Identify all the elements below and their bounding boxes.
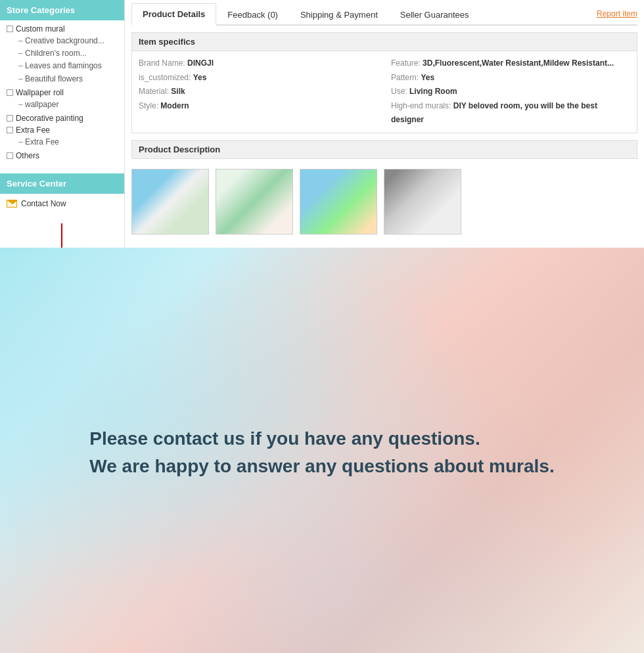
service-center-header: Service Center (0, 173, 124, 194)
sidebar: Store Categories Custom muralCreative ba… (0, 0, 125, 248)
category-group-wallpaper-roll: Wallpaper rollwallpaper (7, 88, 118, 111)
spec-label: is_customized: (139, 73, 191, 82)
product-images-row (131, 159, 637, 241)
category-sub-item[interactable]: Extra Fee (7, 136, 118, 148)
bottom-text-block: Please contact us if you have any questi… (50, 399, 593, 507)
product-description-header: Product Description (131, 140, 637, 159)
item-specifics-header: Item specifics (131, 32, 637, 51)
spec-label: Style: (139, 101, 158, 110)
category-expand-icon (7, 115, 13, 122)
contact-now-item[interactable]: Contact Now (0, 194, 124, 214)
category-expand-icon (7, 152, 13, 159)
spec-label: Use: (391, 87, 407, 96)
spec-value: 3D,Fluorescent,Water Resistant,Mildew Re… (423, 58, 614, 68)
spec-label: Feature: (391, 58, 421, 68)
category-group-others: Others (7, 151, 118, 160)
category-name: Custom mural (16, 24, 65, 34)
spec-label: Material: (139, 87, 169, 96)
specs-left-col: Brand Name: DINGJIis_customized: YesMate… (139, 56, 378, 127)
category-group-extra-fee: Extra FeeExtra Fee (7, 125, 118, 148)
envelope-icon (7, 200, 17, 208)
category-sub-item[interactable]: Beautiful flowers (7, 73, 118, 85)
spec-row: is_customized: Yes (139, 71, 378, 85)
category-sub-item[interactable]: Children's room... (7, 47, 118, 60)
product-thumbnail[interactable] (131, 169, 209, 235)
spec-row: Pattern: Yes (391, 71, 630, 85)
bottom-line2: We are happy to answer any questions abo… (89, 453, 554, 480)
categories-list: Custom muralCreative background...Childr… (0, 20, 124, 167)
spec-row: Feature: 3D,Fluorescent,Water Resistant,… (391, 56, 630, 71)
category-label-decorative-painting[interactable]: Decorative painting (7, 114, 118, 123)
spec-row: Style: Modern (139, 99, 378, 114)
product-thumbnail[interactable] (300, 169, 377, 235)
bottom-banner: Please contact us if you have any questi… (0, 248, 644, 653)
category-name: Others (16, 151, 39, 160)
spec-row: High-end murals: DIY beloved room, you w… (391, 99, 630, 127)
spec-value: Yes (193, 73, 207, 82)
tab-feedback[interactable]: Feedback (0) (216, 4, 289, 26)
spec-row: Use: Living Room (391, 85, 630, 99)
store-categories-header: Store Categories (0, 0, 124, 20)
category-sub-item[interactable]: wallpaper (7, 99, 118, 111)
report-item-button[interactable]: Report item (597, 9, 637, 18)
category-sub-item[interactable]: Creative background... (7, 35, 118, 47)
category-name: Extra Fee (16, 125, 50, 135)
category-group-custom-mural: Custom muralCreative background...Childr… (7, 24, 118, 85)
item-specifics-table: Brand Name: DINGJIis_customized: YesMate… (131, 51, 637, 133)
spec-row: Material: Silk (139, 85, 378, 99)
category-label-custom-mural[interactable]: Custom mural (7, 24, 118, 34)
tab-product-details[interactable]: Product Details (131, 3, 216, 26)
spec-label: High-end murals: (391, 101, 451, 110)
category-group-decorative-painting: Decorative painting (7, 114, 118, 123)
spec-value: Modern (160, 101, 189, 110)
product-thumbnail[interactable] (216, 169, 293, 235)
spec-value: Living Room (409, 87, 457, 96)
category-name: Decorative painting (16, 114, 83, 123)
category-label-wallpaper-roll[interactable]: Wallpaper roll (7, 88, 118, 97)
contact-now-label: Contact Now (21, 199, 66, 208)
specs-right-col: Feature: 3D,Fluorescent,Water Resistant,… (391, 56, 630, 127)
category-label-others[interactable]: Others (7, 151, 118, 160)
category-expand-icon (7, 127, 13, 133)
category-expand-icon (7, 26, 13, 32)
spec-label: Pattern: (391, 73, 419, 82)
category-expand-icon (7, 89, 13, 96)
tabs-bar: Product Details Feedback (0) Shipping & … (131, 0, 637, 26)
category-sub-item[interactable]: Leaves and flamingos (7, 60, 118, 72)
main-content: Product Details Feedback (0) Shipping & … (125, 0, 644, 248)
spec-value: DINGJI (187, 58, 214, 68)
category-label-extra-fee[interactable]: Extra Fee (7, 125, 118, 135)
spec-value: Yes (421, 73, 434, 82)
bottom-line1: Please contact us if you have any questi… (89, 425, 554, 453)
spec-label: Brand Name: (139, 58, 185, 68)
category-name: Wallpaper roll (16, 88, 64, 97)
product-thumbnail[interactable] (384, 169, 461, 235)
tab-shipping-payment[interactable]: Shipping & Payment (289, 4, 389, 26)
spec-row: Brand Name: DINGJI (139, 56, 378, 71)
tab-seller-guarantees[interactable]: Seller Guarantees (389, 4, 480, 26)
spec-value: Silk (171, 87, 185, 96)
